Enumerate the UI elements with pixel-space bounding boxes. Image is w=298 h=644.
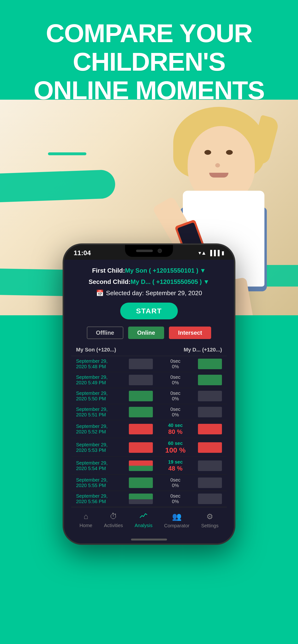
row-bar-right xyxy=(198,391,222,401)
row-bar-left xyxy=(129,407,153,417)
row-percent: 0% xyxy=(155,364,196,370)
row-center: 60 sec 100 % xyxy=(153,440,198,454)
title-line2: CHILDREN'S xyxy=(14,48,284,76)
table-header-left: My Son (+120...) xyxy=(76,347,116,353)
start-button[interactable]: START xyxy=(120,302,178,319)
nav-analysis[interactable]: Analysis xyxy=(135,512,152,528)
status-icons: ▾▲ ▐▐▐ ▮ xyxy=(198,250,224,256)
intersect-tab[interactable]: Intersect xyxy=(169,326,211,339)
row-bar-right xyxy=(198,442,222,453)
row-bar-left xyxy=(129,359,153,369)
activities-icon: ⏱ xyxy=(110,512,117,521)
second-child-label: Second Child: xyxy=(89,278,130,286)
first-child-selector[interactable]: First Child: My Son ( +12015550101 ) ▼ xyxy=(71,267,227,274)
row-bar-right xyxy=(198,407,222,417)
nav-activities[interactable]: ⏱ Activities xyxy=(104,512,123,528)
signal-icon: ▐▐▐ xyxy=(208,250,220,256)
comparator-icon: 👥 xyxy=(172,512,182,521)
first-child-label: First Child: xyxy=(92,267,125,274)
row-center: 0sec 0% xyxy=(153,358,198,370)
row-center: 0sec 0% xyxy=(153,374,198,386)
home-indicator xyxy=(131,538,167,540)
row-bar-right xyxy=(198,478,222,488)
row-duration: 0sec xyxy=(155,477,196,483)
app-content: First Child: My Son ( +12015550101 ) ▼ S… xyxy=(64,260,234,544)
row-bar-left xyxy=(129,424,153,434)
row-timestamp: September 29,2020 5:48 PM xyxy=(76,358,129,370)
date-row[interactable]: 📅 Selected day: September 29, 2020 xyxy=(71,290,227,297)
row-duration: 40 sec xyxy=(155,422,196,428)
table-row: September 29,2020 5:54 PM 19 sec 48 % xyxy=(71,457,227,475)
offline-tab[interactable]: Offline xyxy=(87,326,123,339)
row-bar-left xyxy=(129,460,153,471)
calendar-icon: 📅 xyxy=(96,290,104,297)
row-percent: 0% xyxy=(155,499,196,504)
second-child-selector[interactable]: Second Child: My D... ( +12015550505 ) ▼ xyxy=(71,278,227,286)
nav-comparator-label: Comparator xyxy=(164,523,190,528)
nav-analysis-label: Analysis xyxy=(135,523,152,528)
table-row: September 29,2020 5:53 PM 60 sec 100 % xyxy=(71,438,227,457)
nav-settings-label: Settings xyxy=(201,523,218,528)
table-row: September 29,2020 5:55 PM 0sec 0% xyxy=(71,475,227,491)
nav-home[interactable]: ⌂ Home xyxy=(79,512,92,528)
row-bar-left xyxy=(129,494,153,504)
settings-icon: ⚙ xyxy=(206,512,213,521)
row-duration: 0sec xyxy=(155,493,196,499)
nav-activities-label: Activities xyxy=(104,523,123,528)
row-bar-right xyxy=(198,359,222,369)
battery-icon: ▮ xyxy=(221,250,224,256)
row-bar-left xyxy=(129,478,153,488)
table-header: My Son (+120...) My D... (+120...) xyxy=(71,344,227,356)
selected-day-text: Selected day: September 29, 2020 xyxy=(106,290,202,297)
row-percent: 0% xyxy=(155,483,196,488)
data-rows: September 29,2020 5:48 PM 0sec 0% Septem… xyxy=(71,356,227,507)
row-duration: 0sec xyxy=(155,374,196,380)
phone-mockup: 11:04 ▾▲ ▐▐▐ ▮ First Child: My Son ( +12… xyxy=(63,244,235,545)
nav-settings[interactable]: ⚙ Settings xyxy=(201,512,218,528)
row-timestamp: September 29,2020 5:52 PM xyxy=(76,424,129,434)
row-timestamp: September 29,2020 5:56 PM xyxy=(76,493,129,504)
online-tab[interactable]: Online xyxy=(128,326,164,339)
table-row: September 29,2020 5:56 PM 0sec 0% xyxy=(71,491,227,507)
row-bar-right xyxy=(198,424,222,434)
notch-camera xyxy=(158,249,162,253)
table-row: September 29,2020 5:48 PM 0sec 0% xyxy=(71,356,227,372)
row-duration: 60 sec xyxy=(155,440,196,446)
row-timestamp: September 29,2020 5:49 PM xyxy=(76,374,129,386)
row-center: 0sec 0% xyxy=(153,493,198,504)
row-percent: 100 % xyxy=(155,446,196,454)
row-percent: 80 % xyxy=(155,428,196,436)
paint-stroke-small xyxy=(48,152,86,155)
nav-comparator[interactable]: 👥 Comparator xyxy=(164,512,190,528)
phone-notch xyxy=(125,245,173,257)
row-percent: 48 % xyxy=(155,465,196,472)
header-section: COMPARE YOUR CHILDREN'S ONLINE MOMENTS xyxy=(0,0,298,104)
row-center: 0sec 0% xyxy=(153,390,198,402)
notch-speaker xyxy=(136,250,153,252)
row-bar-right xyxy=(198,460,222,471)
second-child-value: My D... ( +12015550505 ) xyxy=(130,278,202,286)
first-child-dropdown-arrow: ▼ xyxy=(200,267,206,274)
phone-bottom-bar xyxy=(71,536,227,544)
row-duration: 0sec xyxy=(155,406,196,412)
row-bar-left xyxy=(129,442,153,453)
filter-tabs: Offline Online Intersect xyxy=(71,326,227,339)
header-title: COMPARE YOUR CHILDREN'S ONLINE MOMENTS xyxy=(0,19,298,104)
analysis-icon xyxy=(140,512,147,521)
row-center: 40 sec 80 % xyxy=(153,422,198,436)
home-icon: ⌂ xyxy=(83,512,88,521)
row-percent: 0% xyxy=(155,396,196,402)
row-timestamp: September 29,2020 5:50 PM xyxy=(76,390,129,402)
first-child-value: My Son ( +12015550101 ) xyxy=(125,267,198,274)
phone-section: 11:04 ▾▲ ▐▐▐ ▮ First Child: My Son ( +12… xyxy=(0,244,298,569)
bottom-navigation: ⌂ Home ⏱ Activities Analysis xyxy=(71,507,227,536)
row-center: 0sec 0% xyxy=(153,477,198,488)
row-timestamp: September 29,2020 5:54 PM xyxy=(76,460,129,471)
row-bar-left xyxy=(129,391,153,401)
title-line1: COMPARE YOUR xyxy=(14,19,284,48)
title-line3: ONLINE MOMENTS xyxy=(14,76,284,105)
row-bar-right xyxy=(198,375,222,385)
row-timestamp: September 29,2020 5:53 PM xyxy=(76,442,129,453)
nav-home-label: Home xyxy=(79,523,92,528)
row-bar-left xyxy=(129,375,153,385)
